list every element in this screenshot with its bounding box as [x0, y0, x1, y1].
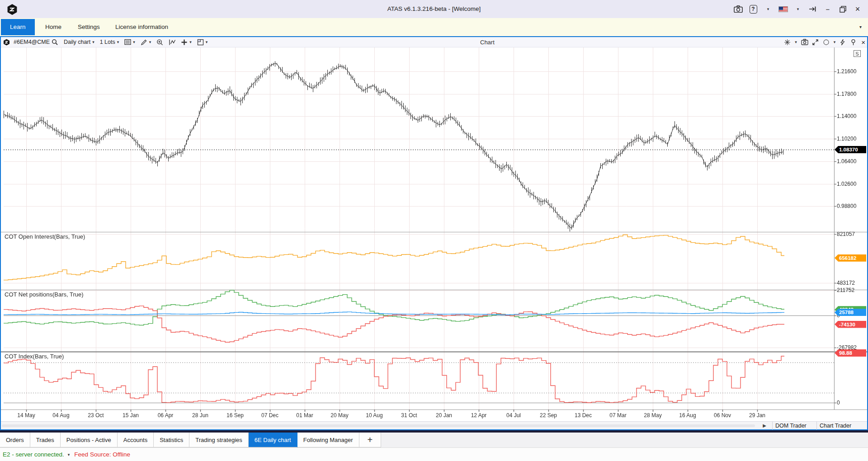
templates-chevron-down-icon: ▾ [133, 40, 135, 44]
fullscreen-expand-icon[interactable] [812, 39, 819, 46]
date-axis-label: 14 May [17, 412, 35, 419]
workspace-tab[interactable]: Following Manager [297, 433, 359, 447]
feed-source-status[interactable]: Feed Source: Offline [74, 451, 130, 458]
language-flag-icon[interactable] [777, 3, 789, 15]
minimize-icon[interactable]: − [822, 3, 834, 15]
chart-trader-tab[interactable]: Chart Trader [816, 422, 854, 430]
indicators-button[interactable] [167, 37, 177, 47]
speed-lightning-icon[interactable] [840, 39, 846, 46]
add-tab-button[interactable]: + [359, 433, 382, 447]
indicator-title[interactable]: COT Open Interest(Bars, True) [5, 233, 85, 240]
date-axis-label: 07 Dec [261, 412, 278, 419]
lots-selector[interactable]: 1 Lots ▾ [98, 37, 121, 47]
scale-lock-indicator[interactable]: S [854, 50, 861, 57]
clusters-mode-icon[interactable] [823, 39, 830, 46]
date-axis-label: 10 Aug [366, 412, 382, 419]
horizontal-scrollbar[interactable]: ▶ DOM Trader Chart Trader [1, 421, 867, 429]
date-axis-label: 16 Aug [679, 412, 696, 419]
chart-window: #6EM4@CME Daily chart ▾ 1 Lots ▾ ▾ [0, 36, 868, 430]
zoom-in-button[interactable] [155, 37, 165, 47]
connection-chevron-down-icon[interactable]: ▾ [68, 452, 70, 457]
plus-icon [181, 39, 188, 46]
date-axis-label: 04 Aug [52, 412, 69, 419]
ribbon-chevron-down-icon[interactable]: ▾ [859, 24, 862, 29]
drawing-tools-button[interactable]: ▾ [139, 37, 153, 47]
help-chevron-down-icon[interactable]: ▾ [762, 3, 774, 15]
pin-window-icon[interactable] [850, 39, 857, 46]
lots-label: 1 Lots [100, 39, 115, 45]
date-axis-label: 20 May [330, 412, 348, 419]
axis-tick-label: 211752 [837, 287, 854, 293]
templates-button[interactable]: ▾ [123, 37, 137, 47]
instrument-selector[interactable]: #6EM4@CME [12, 37, 60, 47]
workspace-tab[interactable]: Orders [0, 433, 30, 447]
series-value-badge: 656182 [835, 254, 866, 262]
indicators-icon [169, 39, 175, 46]
workspace-tab[interactable]: 6E Daily chart [249, 433, 297, 447]
date-axis-label: 06 Apr [158, 412, 174, 419]
connection-status[interactable]: E2 - server connected. [3, 451, 64, 458]
screenshot-camera-icon[interactable] [732, 3, 744, 15]
menu-tab-learn[interactable]: Learn [1, 19, 35, 35]
close-icon[interactable]: × [852, 3, 863, 15]
dom-trader-tab[interactable]: DOM Trader [772, 422, 809, 430]
indicator-title[interactable]: COT Index(Bars, True) [5, 353, 64, 360]
axis-tick-label: 1.17800 [837, 91, 856, 97]
help-glyph: ? [750, 5, 757, 14]
date-axis-label: 15 Jan [123, 412, 139, 419]
chart-camera-icon[interactable] [801, 39, 808, 46]
menu-tab-settings[interactable]: Settings [69, 19, 109, 35]
axis-tick-label: 1.10200 [837, 136, 856, 142]
scroll-right-icon[interactable]: ▶ [760, 422, 769, 429]
layout-chevron-down-icon: ▾ [206, 40, 208, 44]
workspace-tab[interactable]: Trading strategies [189, 433, 249, 447]
magnet-cursor-icon[interactable] [784, 39, 791, 46]
timeframe-chevron-down-icon: ▾ [92, 40, 94, 44]
workspace-tab[interactable]: Statistics [154, 433, 189, 447]
series-value-badge: 25788 [835, 309, 866, 316]
scrollbar-track[interactable] [2, 424, 755, 427]
workspace-tab[interactable]: Trades [30, 433, 61, 447]
drawing-chevron-down-icon: ▾ [149, 40, 151, 44]
workspace-tab[interactable]: Accounts [118, 433, 154, 447]
date-axis-label: 04 Jul [506, 412, 521, 419]
zoom-in-icon [156, 39, 163, 46]
date-axis-label: 31 Oct [401, 412, 417, 419]
axis-tick-label: 1.06400 [837, 158, 856, 165]
help-icon[interactable]: ? [747, 3, 759, 15]
price-chart-canvas[interactable] [1, 47, 867, 421]
date-axis-label: 23 Oct [88, 412, 104, 419]
axis-tick-label: 0 [837, 400, 840, 406]
close-chart-icon[interactable]: × [861, 38, 865, 46]
templates-icon [124, 39, 131, 46]
chart-logo-icon [3, 39, 10, 46]
chart-toolbar: #6EM4@CME Daily chart ▾ 1 Lots ▾ ▾ [1, 37, 867, 47]
date-axis-label: 28 May [644, 412, 661, 419]
instrument-label: #6EM4@CME [14, 39, 50, 45]
chart-window-title: Chart [480, 37, 495, 47]
date-axis-label: 29 Jan [749, 412, 765, 419]
pencil-icon [141, 39, 147, 46]
status-bar: E2 - server connected. ▾ Feed Source: Of… [0, 447, 868, 461]
add-indicator-button[interactable]: ▾ [179, 37, 193, 47]
workspace-tab[interactable]: Positions - Active [61, 433, 118, 447]
restore-window-icon[interactable] [837, 3, 849, 15]
menu-tab-home[interactable]: Home [36, 19, 71, 35]
date-axis-label: 07 Mar [609, 412, 626, 419]
clusters-chevron-down-icon[interactable]: ▾ [834, 40, 836, 44]
date-axis-label: 13 Dec [575, 412, 592, 419]
timeframe-selector[interactable]: Daily chart ▾ [62, 37, 96, 47]
dock-pin-icon[interactable] [807, 3, 819, 15]
chart-area[interactable]: COT Open Interest(Bars, True)COT Net pos… [1, 47, 867, 421]
indicator-title[interactable]: COT Net positions(Bars, True) [5, 291, 84, 298]
date-axis-label: 22 Sep [540, 412, 557, 419]
axis-tick-label: 821057 [837, 231, 855, 237]
menu-tab-license[interactable]: License information [106, 19, 177, 35]
cursor-chevron-down-icon[interactable]: ▾ [795, 40, 797, 44]
search-icon [52, 39, 58, 46]
window-layout-button[interactable]: ▾ [195, 37, 210, 47]
series-value-badge: 98.88 [835, 349, 866, 357]
axis-tick-label: 0.98800 [837, 203, 856, 209]
date-axis-label: 12 Apr [471, 412, 487, 419]
language-chevron-down-icon[interactable]: ▾ [792, 3, 804, 15]
